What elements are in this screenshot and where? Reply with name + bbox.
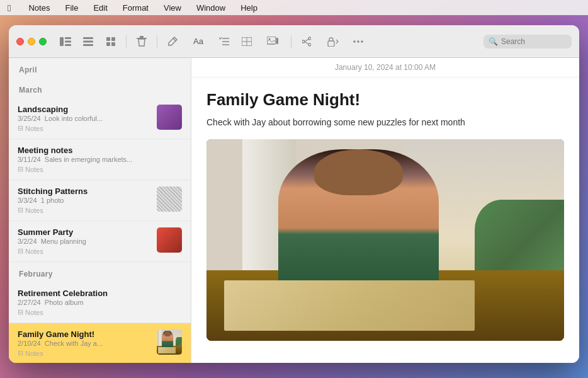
note-title: Landscaping bbox=[18, 105, 150, 114]
svg-rect-5 bbox=[83, 40, 93, 42]
svg-rect-11 bbox=[137, 38, 147, 39]
table-button[interactable] bbox=[238, 33, 256, 50]
note-text: Summer Party 3/2/24 Menu planning ⊟ Note… bbox=[18, 227, 150, 255]
note-title: Family Game Night! bbox=[18, 329, 150, 339]
note-title: Stitching Patterns bbox=[18, 186, 150, 196]
svg-rect-0 bbox=[60, 37, 64, 46]
svg-point-30 bbox=[353, 40, 356, 43]
share-button[interactable] bbox=[298, 33, 315, 50]
more-options-button[interactable] bbox=[349, 33, 367, 50]
svg-rect-10 bbox=[111, 42, 115, 46]
menu-help[interactable]: Help bbox=[238, 2, 260, 14]
svg-rect-20 bbox=[267, 37, 276, 44]
search-input[interactable] bbox=[501, 37, 567, 46]
menu-format[interactable]: Format bbox=[120, 2, 151, 14]
menu-window[interactable]: Window bbox=[194, 2, 228, 14]
note-text: Family Game Night! 2/10/24 Check with Ja… bbox=[18, 329, 150, 357]
section-april: April bbox=[9, 58, 191, 78]
delete-button[interactable] bbox=[133, 33, 150, 50]
svg-rect-9 bbox=[106, 42, 110, 46]
content-area: April March Landscaping 3/25/24 Look int… bbox=[9, 58, 579, 363]
note-thumbnail bbox=[157, 186, 182, 212]
grid-view-button[interactable] bbox=[102, 33, 120, 50]
menubar:  Notes File Edit Format View Window Hel… bbox=[0, 0, 588, 15]
section-march: March bbox=[9, 78, 191, 98]
svg-point-31 bbox=[357, 40, 359, 43]
svg-line-27 bbox=[305, 39, 308, 42]
note-folder: ⊟ Notes bbox=[18, 247, 150, 255]
note-text: Stitching Patterns 3/3/24 1 photo ⊟ Note… bbox=[18, 186, 150, 214]
note-body: Check with Jay about borrowing some new … bbox=[206, 116, 564, 129]
note-meta: 3/25/24 Look into colorful... bbox=[18, 115, 150, 122]
compose-button[interactable] bbox=[164, 33, 181, 50]
notes-sidebar: April March Landscaping 3/25/24 Look int… bbox=[9, 58, 191, 363]
note-text: Retirement Celebration 2/27/24 Photo alb… bbox=[18, 289, 182, 316]
apple-menu[interactable]:  bbox=[5, 1, 13, 14]
menu-file[interactable]: File bbox=[62, 2, 81, 14]
svg-rect-7 bbox=[106, 37, 110, 41]
svg-rect-22 bbox=[276, 38, 278, 44]
svg-point-25 bbox=[308, 43, 311, 46]
note-title: Meeting notes bbox=[18, 146, 182, 155]
svg-rect-12 bbox=[140, 36, 144, 38]
note-meta: 2/10/24 Check with Jay a... bbox=[18, 340, 150, 347]
note-thumbnail bbox=[157, 329, 182, 355]
svg-rect-1 bbox=[65, 37, 71, 39]
note-folder: ⊟ Notes bbox=[18, 308, 182, 316]
note-folder: ⊟ Notes bbox=[18, 206, 150, 214]
note-folder: ⊟ Notes bbox=[18, 124, 150, 132]
close-button[interactable] bbox=[16, 38, 24, 45]
note-date: January 10, 2024 at 10:00 AM bbox=[191, 58, 579, 77]
note-editor[interactable]: Family Game Night! Check with Jay about … bbox=[191, 77, 579, 363]
notes-window: Aa 🔍 April bbox=[9, 25, 579, 363]
toolbar: Aa 🔍 bbox=[9, 25, 579, 58]
note-text: Landscaping 3/25/24 Look into colorful..… bbox=[18, 105, 150, 132]
svg-line-13 bbox=[173, 38, 176, 41]
svg-rect-3 bbox=[65, 44, 71, 46]
note-meta: 2/27/24 Photo album bbox=[18, 299, 182, 306]
note-meta: 3/2/24 Menu planning bbox=[18, 238, 150, 245]
svg-rect-8 bbox=[111, 37, 115, 41]
maximize-button[interactable] bbox=[39, 38, 47, 45]
list-view-button[interactable] bbox=[79, 33, 97, 50]
svg-point-24 bbox=[308, 37, 311, 40]
note-thumbnail bbox=[157, 105, 182, 130]
search-box[interactable]: 🔍 bbox=[483, 35, 572, 49]
note-thumbnail bbox=[157, 227, 182, 253]
note-photo bbox=[206, 139, 564, 341]
note-item-landscaping[interactable]: Landscaping 3/25/24 Look into colorful..… bbox=[9, 98, 191, 139]
note-meta: 3/3/24 1 photo bbox=[18, 197, 150, 204]
note-meta: 3/11/24 Sales in emerging markets... bbox=[18, 156, 182, 163]
note-folder: ⊟ Notes bbox=[18, 349, 150, 357]
sidebar-toggle-button[interactable] bbox=[57, 33, 74, 50]
svg-line-28 bbox=[305, 42, 308, 44]
menu-edit[interactable]: Edit bbox=[91, 2, 110, 14]
note-item-stitching[interactable]: Stitching Patterns 3/3/24 1 photo ⊟ Note… bbox=[9, 180, 191, 221]
lock-button[interactable] bbox=[320, 33, 344, 50]
svg-point-26 bbox=[302, 40, 305, 43]
search-icon: 🔍 bbox=[489, 37, 498, 46]
note-title: Summer Party bbox=[18, 227, 150, 237]
note-item-summer[interactable]: Summer Party 3/2/24 Menu planning ⊟ Note… bbox=[9, 221, 191, 262]
svg-rect-4 bbox=[83, 37, 93, 39]
note-item-game-night[interactable]: Family Game Night! 2/10/24 Check with Ja… bbox=[9, 323, 191, 363]
svg-point-32 bbox=[361, 40, 363, 43]
note-item-meeting[interactable]: Meeting notes 3/11/24 Sales in emerging … bbox=[9, 139, 191, 180]
note-title: Retirement Celebration bbox=[18, 289, 182, 298]
traffic-lights bbox=[16, 38, 47, 45]
note-text: Meeting notes 3/11/24 Sales in emerging … bbox=[18, 146, 182, 173]
svg-rect-6 bbox=[83, 44, 93, 46]
media-button[interactable] bbox=[261, 33, 285, 50]
menu-view[interactable]: View bbox=[161, 2, 184, 14]
note-item-retirement[interactable]: Retirement Celebration 2/27/24 Photo alb… bbox=[9, 282, 191, 323]
menu-notes[interactable]: Notes bbox=[26, 2, 52, 14]
svg-rect-2 bbox=[65, 40, 71, 42]
note-main-title: Family Game Night! bbox=[206, 90, 564, 110]
text-format-button[interactable]: Aa bbox=[186, 33, 210, 50]
checklist-button[interactable] bbox=[215, 33, 233, 50]
minimize-button[interactable] bbox=[28, 38, 35, 45]
note-editor-area: January 10, 2024 at 10:00 AM Family Game… bbox=[191, 58, 579, 363]
note-folder: ⊟ Notes bbox=[18, 165, 182, 173]
section-february: February bbox=[9, 262, 191, 282]
